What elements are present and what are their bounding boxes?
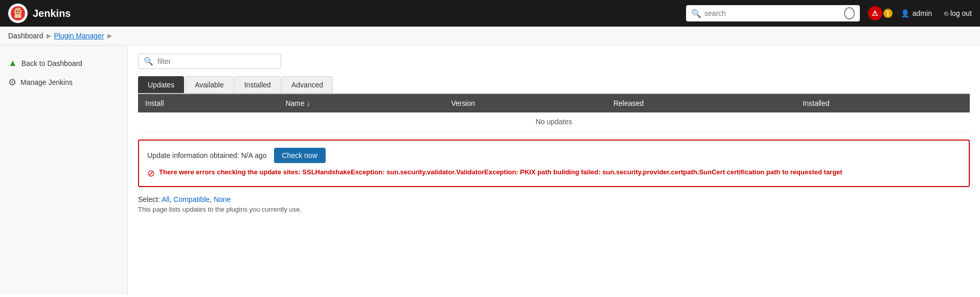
select-none-link[interactable]: None <box>214 195 231 203</box>
filter-input[interactable] <box>157 57 276 65</box>
breadcrumb: Dashboard ▶ Plugin Manager ▶ <box>0 27 980 45</box>
notification-area: ⚠ 1 <box>868 6 893 20</box>
svg-point-4 <box>19 11 20 12</box>
col-version: Version <box>444 94 606 112</box>
filter-icon: 🔍 <box>144 57 153 66</box>
user-icon: 👤 <box>901 9 909 17</box>
plugin-table: Install Name ↓ Version Released Installe… <box>138 94 970 131</box>
page-description: This page lists updates to the plugins y… <box>138 205 970 213</box>
select-label: Select: <box>138 195 160 203</box>
breadcrumb-dashboard[interactable]: Dashboard <box>8 32 43 40</box>
update-obtained-text: Update information obtained: N/A ago <box>147 151 267 159</box>
logout-icon: ⎋ <box>944 9 948 17</box>
brand-name: Jenkins <box>33 8 71 19</box>
breadcrumb-plugin-manager[interactable]: Plugin Manager <box>54 32 104 40</box>
filter-bar[interactable]: 🔍 <box>138 54 281 69</box>
tab-updates[interactable]: Updates <box>138 76 184 93</box>
select-all-link[interactable]: All <box>162 195 170 203</box>
sidebar-manage-label: Manage Jenkins <box>20 78 73 86</box>
topnav: Jenkins 🔍 ? ⚠ 1 👤 admin ⎋ log out <box>0 0 980 27</box>
tabs: Updates Available Installed Advanced <box>138 76 970 94</box>
check-now-button[interactable]: Check now <box>274 148 326 163</box>
error-icon: ⊘ <box>147 168 155 179</box>
user-menu[interactable]: 👤 admin <box>901 9 932 17</box>
search-box[interactable]: 🔍 ? <box>686 5 860 21</box>
error-message: There were errors checking the update si… <box>159 167 842 177</box>
tab-installed[interactable]: Installed <box>235 76 281 93</box>
gear-icon: ⚙ <box>8 77 16 88</box>
main-layout: ▲ Back to Dashboard ⚙ Manage Jenkins 🔍 U… <box>0 45 980 295</box>
logout-button[interactable]: ⎋ log out <box>944 9 972 17</box>
breadcrumb-sep-1: ▶ <box>47 32 51 39</box>
breadcrumb-sep-2: ▶ <box>107 32 112 39</box>
user-label: admin <box>913 9 932 17</box>
sidebar-item-manage-jenkins[interactable]: ⚙ Manage Jenkins <box>0 73 127 92</box>
sidebar-item-back-to-dashboard[interactable]: ▲ Back to Dashboard <box>0 54 127 73</box>
update-notice: Update information obtained: N/A ago Che… <box>138 140 970 187</box>
search-input[interactable] <box>704 9 841 17</box>
svg-rect-5 <box>14 15 21 18</box>
logout-label: log out <box>950 9 972 17</box>
sidebar: ▲ Back to Dashboard ⚙ Manage Jenkins <box>0 45 128 295</box>
notification-icon[interactable]: ⚠ <box>868 6 882 20</box>
table-header-row: Install Name ↓ Version Released Installe… <box>138 94 970 112</box>
empty-message: No updates <box>138 112 970 131</box>
error-row: ⊘ There were errors checking the update … <box>147 167 961 179</box>
col-name: Name ↓ <box>278 94 444 112</box>
tab-advanced[interactable]: Advanced <box>282 76 333 93</box>
select-compatible-link[interactable]: Compatible <box>173 195 210 203</box>
back-arrow-icon: ▲ <box>8 58 17 68</box>
update-notice-row1: Update information obtained: N/A ago Che… <box>147 148 961 163</box>
jenkins-logo-icon <box>8 4 28 23</box>
col-released: Released <box>606 94 795 112</box>
sidebar-back-label: Back to Dashboard <box>21 59 82 67</box>
svg-point-3 <box>16 11 17 12</box>
tab-available[interactable]: Available <box>185 76 234 93</box>
search-icon: 🔍 <box>691 9 701 18</box>
brand: Jenkins <box>8 4 71 23</box>
col-installed: Installed <box>795 94 970 112</box>
main-content: 🔍 Updates Available Installed Advanced I… <box>128 45 980 295</box>
col-install: Install <box>138 94 278 112</box>
table-row-empty: No updates <box>138 112 970 131</box>
select-row: Select: All, Compatible, None <box>138 195 970 203</box>
notification-count[interactable]: 1 <box>883 9 893 18</box>
search-help-icon[interactable]: ? <box>844 7 855 19</box>
